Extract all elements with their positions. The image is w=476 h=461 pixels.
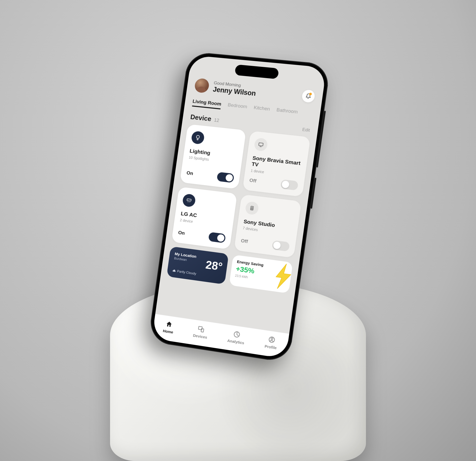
device-count: 12 <box>214 118 219 123</box>
section-title: Device <box>190 113 212 123</box>
bolt-icon <box>273 263 293 291</box>
tab-bedroom[interactable]: Bedroom <box>228 102 248 109</box>
device-card-tv[interactable]: Sony Bravia Smart TV 1 device Off <box>242 131 310 197</box>
analytics-icon <box>233 330 241 339</box>
device-state: On <box>178 230 185 236</box>
svg-rect-7 <box>201 329 204 332</box>
svg-point-5 <box>251 208 253 210</box>
nav-label: Profile <box>264 344 277 350</box>
toggle-tv[interactable] <box>280 179 299 191</box>
device-card-speaker[interactable]: Sony Studio 7 devices Off <box>234 194 301 258</box>
condition-text: Partly Cloudy <box>177 269 197 276</box>
ac-icon <box>182 193 196 207</box>
bulb-icon <box>191 131 205 144</box>
svg-point-4 <box>252 207 253 208</box>
home-icon <box>165 320 173 328</box>
temperature: 28° <box>205 258 223 273</box>
nav-label: Analytics <box>227 338 244 345</box>
energy-card[interactable]: Energy Saving +35% 23.5 kWh <box>229 255 293 294</box>
tab-bathroom[interactable]: Bathroom <box>276 107 298 115</box>
edit-button[interactable]: Edit <box>302 127 310 133</box>
device-card-lighting[interactable]: Lighting 10 Spotlights On <box>180 124 246 189</box>
device-card-ac[interactable]: LG AC 2 device On <box>171 187 237 249</box>
tv-icon <box>254 138 268 152</box>
notifications-button[interactable] <box>301 89 315 103</box>
svg-point-10 <box>271 338 273 340</box>
svg-rect-6 <box>198 326 202 330</box>
tab-living-room[interactable]: Living Room <box>192 98 222 107</box>
devices-icon <box>197 325 205 333</box>
profile-icon <box>268 336 276 344</box>
toggle-lighting[interactable] <box>217 172 234 183</box>
device-state: Off <box>249 177 257 184</box>
svg-rect-1 <box>259 143 263 146</box>
svg-rect-2 <box>187 199 191 201</box>
cloud-icon <box>172 269 176 273</box>
notification-badge <box>309 93 312 96</box>
speaker-icon <box>245 201 259 215</box>
weather-card[interactable]: My Location Burdwan 28° Partly Cloudy <box>167 246 229 285</box>
nav-label: Home <box>163 329 173 334</box>
svg-point-0 <box>196 135 200 139</box>
toggle-speaker[interactable] <box>272 240 290 252</box>
nav-profile[interactable]: Profile <box>264 335 278 350</box>
nav-devices[interactable]: Devices <box>193 324 209 340</box>
avatar[interactable] <box>194 78 210 93</box>
nav-home[interactable]: Home <box>163 320 175 334</box>
tab-kitchen[interactable]: Kitchen <box>253 105 270 112</box>
toggle-ac[interactable] <box>208 232 226 243</box>
device-state: Off <box>241 238 248 244</box>
nav-label: Devices <box>193 333 208 340</box>
device-state: On <box>186 170 194 176</box>
nav-analytics[interactable]: Analytics <box>227 330 246 345</box>
